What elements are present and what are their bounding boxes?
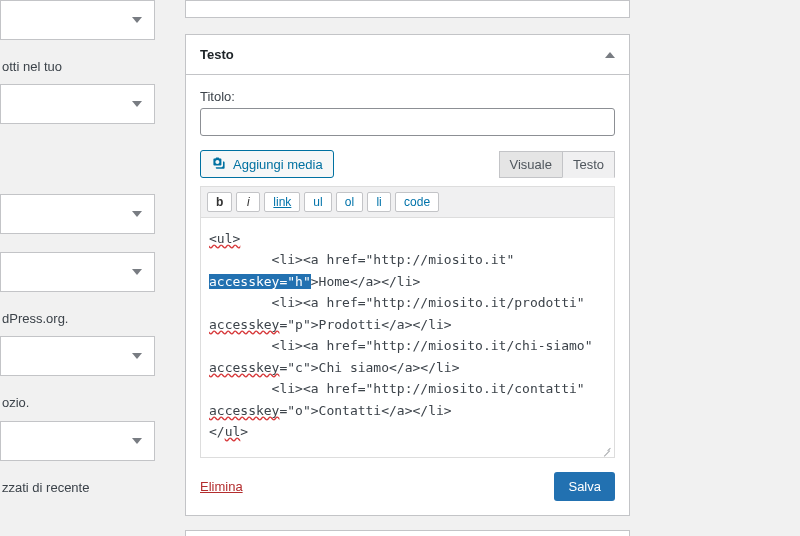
toolbar-ul[interactable]: ul (304, 192, 331, 212)
tab-visual[interactable]: Visuale (499, 151, 562, 178)
sidebar-box-3[interactable] (0, 194, 155, 234)
toolbar-code[interactable]: code (395, 192, 439, 212)
save-button[interactable]: Salva (554, 472, 615, 501)
title-input[interactable] (200, 108, 615, 136)
sidebar-box-4[interactable] (0, 252, 155, 292)
main-column: Testo Titolo: Aggiungi media Visuale Tes… (185, 0, 630, 536)
tab-text[interactable]: Testo (562, 151, 615, 178)
editor-content: <ul> <li><a href="http://miosito.it" acc… (209, 228, 606, 442)
sidebar-box-1[interactable] (0, 0, 155, 40)
editor-toolbar: b i link ul ol li code (200, 186, 615, 218)
toolbar-italic[interactable]: i (236, 192, 260, 212)
sidebar-column: otti nel tuo dPress.org. ozio. zzati di … (0, 0, 170, 505)
toolbar-bold[interactable]: b (207, 192, 232, 212)
chevron-up-icon (605, 52, 615, 58)
delete-link[interactable]: Elimina (200, 479, 243, 494)
widget-title: Testo (200, 47, 234, 62)
sidebar-box-6[interactable] (0, 421, 155, 461)
chevron-down-icon (132, 211, 142, 217)
chevron-down-icon (132, 353, 142, 359)
editor-tabs: Visuale Testo (499, 151, 615, 178)
resize-handle[interactable] (600, 443, 612, 455)
title-label: Titolo: (200, 89, 615, 104)
sidebar-box-2[interactable] (0, 84, 155, 124)
widget-header[interactable]: Testo (186, 35, 629, 75)
chevron-down-icon (132, 101, 142, 107)
code-editor[interactable]: <ul> <li><a href="http://miosito.it" acc… (200, 218, 615, 458)
widget-body: Titolo: Aggiungi media Visuale Testo b i… (186, 75, 629, 515)
media-icon (211, 156, 227, 172)
sidebar-text-1: otti nel tuo (0, 58, 155, 76)
sidebar-text-2: dPress.org. (0, 310, 155, 328)
add-media-button[interactable]: Aggiungi media (200, 150, 334, 178)
toolbar-link[interactable]: link (264, 192, 300, 212)
bottom-collapsed-widget[interactable] (185, 530, 630, 536)
top-collapsed-widget[interactable] (185, 0, 630, 18)
chevron-down-icon (132, 438, 142, 444)
sidebar-box-5[interactable] (0, 336, 155, 376)
widget-footer: Elimina Salva (200, 472, 615, 501)
toolbar-li[interactable]: li (367, 192, 391, 212)
text-widget: Testo Titolo: Aggiungi media Visuale Tes… (185, 34, 630, 516)
sidebar-text-3: ozio. (0, 394, 155, 412)
toolbar-ol[interactable]: ol (336, 192, 363, 212)
chevron-down-icon (132, 17, 142, 23)
sidebar-text-4: zzati di recente (0, 479, 155, 497)
chevron-down-icon (132, 269, 142, 275)
add-media-label: Aggiungi media (233, 157, 323, 172)
